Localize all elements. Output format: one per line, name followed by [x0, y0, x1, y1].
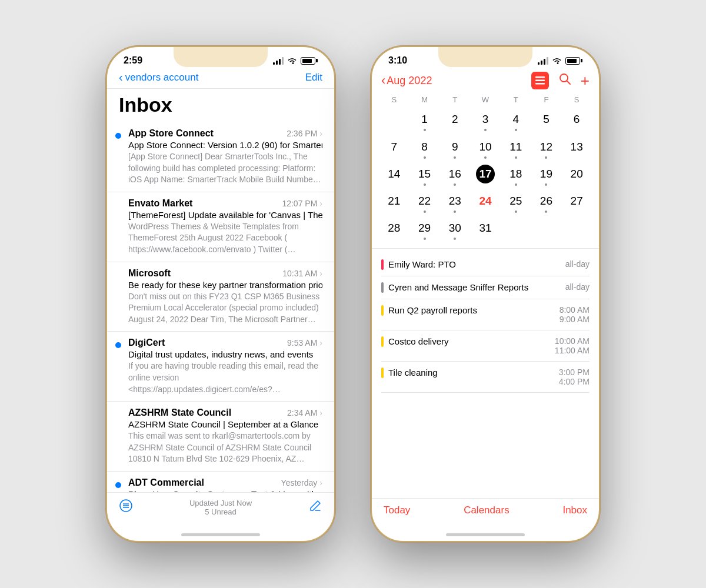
calendar-day-19[interactable]: 19 — [531, 162, 562, 188]
search-button[interactable] — [558, 72, 571, 89]
mail-item[interactable]: AZSHRM State Council 2:34 AM › AZSHRM St… — [107, 402, 334, 472]
calendar-nav-icons: + — [531, 72, 590, 89]
calendar-day-8[interactable]: 8 — [409, 135, 440, 161]
mail-item[interactable]: Envato Market 12:07 PM › [ThemeForest] U… — [107, 192, 334, 262]
calendars-button[interactable]: Calendars — [464, 505, 509, 516]
event-color-indicator — [381, 259, 384, 270]
calendar-day-29[interactable]: 29 — [409, 216, 440, 242]
calendar-day-15[interactable]: 15 — [409, 162, 440, 188]
email-time: 10:31 AM › — [282, 269, 322, 278]
mail-item[interactable]: App Store Connect 2:36 PM › App Store Co… — [107, 122, 334, 192]
calendar-day-4[interactable]: 4 — [501, 108, 531, 134]
event-item[interactable]: Tile cleaning 3:00 PM4:00 PM — [381, 362, 590, 393]
calendar-day-3[interactable]: 3 — [470, 108, 501, 134]
svg-line-8 — [567, 81, 570, 85]
list-view-button[interactable] — [531, 72, 549, 89]
event-item[interactable]: Emily Ward: PTO all-day — [381, 253, 590, 276]
battery-icon — [565, 57, 582, 65]
calendar-day-12[interactable]: 12 — [531, 135, 562, 161]
event-title: Run Q2 payroll reports — [388, 305, 477, 316]
calendar-day-28[interactable]: 28 — [379, 216, 409, 242]
event-item[interactable]: Cyren and Message Sniffer Reports all-da… — [381, 276, 590, 299]
mail-list: App Store Connect 2:36 PM › App Store Co… — [107, 122, 334, 492]
sender-name: ADT Commercial — [128, 477, 277, 488]
mail-item[interactable]: DigiCert 9:53 AM › Digital trust updates… — [107, 332, 334, 402]
email-subject: [ThemeForest] Update available for 'Canv… — [128, 210, 322, 220]
email-subject: App Store Connect: Version 1.0.2 (90) fo… — [128, 140, 322, 150]
compose-button[interactable] — [308, 499, 322, 516]
calendar-day-10[interactable]: 10 — [470, 135, 501, 161]
calendar-day-30[interactable]: 30 — [439, 216, 470, 242]
calendar-grid: S M T W T F S 1 2 3 4 — [372, 94, 599, 243]
calendar-day-empty[interactable] — [379, 108, 409, 134]
calendar-day-24[interactable]: 24 — [470, 189, 501, 215]
month-title: Aug 2022 — [387, 75, 432, 87]
back-label: vendors account — [125, 72, 199, 83]
filter-button[interactable] — [119, 499, 133, 516]
calendar-day-6[interactable]: 6 — [561, 108, 592, 134]
calendar-day-23[interactable]: 23 — [439, 189, 470, 215]
email-subject: Be ready for these key partner transform… — [128, 280, 322, 290]
mail-item[interactable]: Microsoft 10:31 AM › Be ready for these … — [107, 262, 334, 332]
calendar-day-22[interactable]: 22 — [409, 189, 440, 215]
add-event-button[interactable]: + — [581, 73, 590, 88]
update-status: Updated Just Now 5 Unread — [133, 499, 308, 516]
event-color-indicator — [381, 282, 384, 293]
days-of-week: S M T W T F S — [379, 94, 592, 105]
mail-item[interactable]: ADT Commercial Yesterday › Place Your Se… — [107, 472, 334, 492]
inbox-title: Inbox — [107, 89, 334, 122]
event-item[interactable]: Costco delivery 10:00 AM11:00 AM — [381, 330, 590, 362]
inbox-button[interactable]: Inbox — [562, 505, 587, 516]
sender-name: App Store Connect — [128, 128, 282, 139]
edit-button[interactable]: Edit — [305, 72, 322, 83]
event-item[interactable]: Run Q2 payroll reports 8:00 AM9:00 AM — [381, 299, 590, 330]
calendar-day-11[interactable]: 11 — [501, 135, 531, 161]
notch — [438, 47, 532, 67]
calendar-day-27[interactable]: 27 — [561, 189, 592, 215]
email-subject: Place Your Security System on Test & Mor… — [128, 489, 322, 492]
event-color-indicator — [381, 336, 384, 347]
unread-indicator — [115, 133, 121, 139]
calendar-day-7[interactable]: 7 — [379, 135, 409, 161]
today-button[interactable]: Today — [384, 505, 410, 516]
event-time: 10:00 AM11:00 AM — [555, 336, 590, 355]
email-subject: AZSHRM State Council | September at a Gl… — [128, 419, 322, 429]
calendar-day-21[interactable]: 21 — [379, 189, 409, 215]
calendar-day-25[interactable]: 25 — [501, 189, 531, 215]
svg-rect-6 — [535, 83, 545, 85]
calendar-week: 28 29 30 31 — [379, 216, 592, 242]
calendar-day-18[interactable]: 18 — [501, 162, 531, 188]
email-preview: Don't miss out on this FY23 Q1 CSP M365 … — [128, 291, 322, 326]
calendar-day-26[interactable]: 26 — [531, 189, 562, 215]
calendar-week: 14 15 16 17 18 19 20 — [379, 162, 592, 188]
status-icons — [273, 57, 318, 65]
calendar-day-17-today[interactable]: 17 — [470, 162, 501, 188]
event-title: Cyren and Message Sniffer Reports — [388, 282, 528, 293]
calendar-day-5[interactable]: 5 — [531, 108, 562, 134]
event-title: Costco delivery — [388, 336, 449, 347]
month-back-button[interactable]: ‹ Aug 2022 — [381, 73, 432, 88]
sender-name: Microsoft — [128, 268, 278, 279]
calendar-day-16[interactable]: 16 — [439, 162, 470, 188]
calendar-bottom-bar: Today Calendars Inbox — [372, 498, 599, 528]
calendar-week: 7 8 9 10 11 12 13 — [379, 135, 592, 161]
calendar-day-9[interactable]: 9 — [439, 135, 470, 161]
calendar-day-1[interactable]: 1 — [409, 108, 440, 134]
calendar-day-13[interactable]: 13 — [561, 135, 592, 161]
calendar-day-empty — [561, 216, 592, 242]
time-display: 2:59 — [124, 55, 142, 66]
calendar-day-14[interactable]: 14 — [379, 162, 409, 188]
email-time: 2:34 AM › — [287, 408, 322, 417]
email-subject: Digital trust updates, industry news, an… — [128, 349, 322, 359]
calendar-day-20[interactable]: 20 — [561, 162, 592, 188]
calendar-week: 21 22 23 24 25 26 27 — [379, 189, 592, 215]
back-button[interactable]: ‹ vendors account — [119, 72, 198, 83]
calendar-day-empty — [531, 216, 562, 242]
dow-wednesday: W — [470, 94, 501, 105]
calendar-day-2[interactable]: 2 — [439, 108, 470, 134]
event-time: all-day — [565, 282, 590, 292]
email-time: 9:53 AM › — [287, 338, 322, 348]
svg-rect-4 — [535, 76, 545, 78]
calendar-day-31[interactable]: 31 — [470, 216, 501, 242]
wifi-icon — [552, 57, 562, 65]
